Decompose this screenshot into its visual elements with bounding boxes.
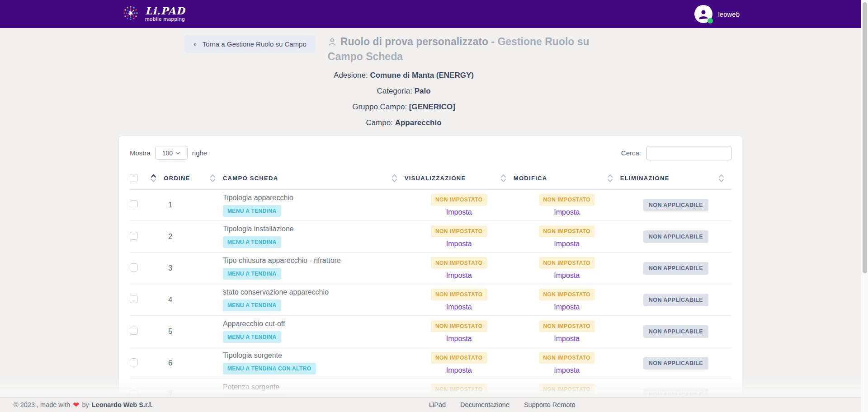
row-checkbox[interactable]: [130, 327, 138, 335]
row-checkbox[interactable]: [130, 232, 138, 240]
modifica-imposta-link[interactable]: Imposta: [514, 335, 620, 343]
column-header-ordine[interactable]: ORDINE: [164, 175, 190, 182]
page-title-role-name: Ruolo di prova personalizzato: [340, 36, 488, 47]
column-header-visualizzazione[interactable]: VISUALIZZAZIONE: [405, 175, 466, 182]
row-checkbox[interactable]: [130, 358, 138, 366]
back-button[interactable]: ‹ Torna a Gestione Ruolo su Campo: [184, 35, 316, 53]
table-header-row: ORDINE CAMPO SCHEDA: [130, 169, 731, 189]
visualizzazione-imposta-link[interactable]: Imposta: [405, 303, 514, 311]
campo-tipo-badge: MENU A TENDINA: [223, 268, 281, 280]
modifica-imposta-link[interactable]: Imposta: [514, 303, 620, 311]
eliminazione-status-badge: NON APPLICABILE: [643, 230, 708, 243]
campo-tipo-badge: MENU A TENDINA: [223, 205, 281, 217]
campi-table: ORDINE CAMPO SCHEDA: [130, 169, 731, 411]
logo-burst-icon: [120, 2, 142, 26]
campo-scheda-name: Apparecchio cut-off: [223, 320, 405, 328]
sort-arrows-select[interactable]: [151, 174, 156, 183]
context-info: Adesione: Comune di Manta (ENERGY) Categ…: [119, 67, 689, 131]
modifica-status-badge: NON IMPOSTATO: [539, 320, 595, 332]
modifica-status-badge: NON IMPOSTATO: [539, 225, 595, 237]
sort-arrows-eliminazione[interactable]: [718, 174, 724, 183]
campo-tipo-badge: MENU A TENDINA CON ALTRO: [223, 363, 316, 375]
modifica-status-badge: NON IMPOSTATO: [539, 352, 595, 364]
visualizzazione-imposta-link[interactable]: Imposta: [405, 208, 514, 216]
footer-link-lipad[interactable]: LiPad: [429, 401, 446, 408]
footer-link-documentazione[interactable]: Documentazione: [460, 401, 509, 408]
ordine-value: 5: [164, 328, 172, 335]
info-gruppo-campo: Gruppo Campo: [GENERICO]: [119, 99, 689, 115]
visualizzazione-status-badge: NON IMPOSTATO: [431, 257, 487, 269]
company-name: Leonardo Web S.r.l.: [92, 401, 153, 408]
main-content: ‹ Torna a Gestione Ruolo su Campo Ruolo …: [119, 35, 742, 412]
eliminazione-status-badge: NON APPLICABILE: [643, 262, 708, 275]
visualizzazione-status-badge: NON IMPOSTATO: [431, 225, 487, 237]
app-logo[interactable]: Li.PAD mobile mapping: [120, 2, 185, 26]
footer-link-supporto-remoto[interactable]: Supporto Remoto: [524, 401, 576, 408]
user-name: leoweb: [718, 10, 740, 18]
search-input[interactable]: [646, 146, 731, 160]
visualizzazione-imposta-link[interactable]: Imposta: [405, 335, 514, 343]
user-avatar[interactable]: [694, 5, 712, 23]
modifica-status-badge: NON IMPOSTATO: [539, 289, 595, 300]
info-campo: Campo: Apparecchio: [119, 115, 689, 131]
campo-scheda-name: Tipologia sorgente: [223, 351, 405, 360]
visualizzazione-imposta-link[interactable]: Imposta: [405, 272, 514, 280]
modifica-imposta-link[interactable]: Imposta: [514, 240, 620, 248]
modifica-imposta-link[interactable]: Imposta: [514, 366, 620, 375]
row-checkbox[interactable]: [130, 295, 138, 303]
sort-arrows-ordine[interactable]: [210, 174, 216, 183]
table-row: 1 Tipologia apparecchio MENU A TENDINA N…: [130, 189, 731, 221]
ordine-value: 1: [164, 201, 172, 209]
ordine-value: 6: [164, 359, 172, 367]
top-navigation-bar: Li.PAD mobile mapping leoweb: [0, 0, 868, 28]
row-checkbox[interactable]: [130, 200, 138, 208]
table-row: 3 Tipo chiusura apparecchio - rifrattore…: [130, 253, 731, 284]
chevron-down-icon: [175, 151, 180, 154]
table-toolbar: Mostra 100 righe Cerca:: [130, 136, 731, 169]
visualizzazione-status-badge: NON IMPOSTATO: [431, 320, 487, 332]
eliminazione-status-badge: NON APPLICABILE: [643, 357, 708, 370]
sort-arrows-visualizzazione[interactable]: [500, 174, 506, 183]
sort-arrows-modifica[interactable]: [607, 174, 613, 183]
online-status-dot: [708, 18, 713, 23]
page-footer: © 2023 , made with ❤ by Leonardo Web S.r…: [0, 397, 868, 412]
vertical-scrollbar[interactable]: [861, 0, 868, 412]
visualizzazione-imposta-link[interactable]: Imposta: [405, 240, 514, 248]
role-person-icon: [328, 37, 337, 50]
visualizzazione-imposta-link[interactable]: Imposta: [405, 366, 514, 375]
campo-tipo-badge: MENU A TENDINA: [223, 300, 281, 311]
modifica-status-badge: NON IMPOSTATO: [539, 194, 595, 206]
chevron-left-icon: ‹: [193, 40, 196, 48]
eliminazione-status-badge: NON APPLICABILE: [643, 325, 708, 338]
row-checkbox[interactable]: [130, 263, 138, 272]
page-length-select[interactable]: 100: [155, 146, 188, 160]
search-label: Cerca:: [621, 149, 641, 157]
table-row: 6 Tipologia sorgente MENU A TENDINA CON …: [130, 347, 731, 379]
table-card: Mostra 100 righe Cerca:: [119, 136, 742, 412]
campo-scheda-name: Tipologia apparecchio: [223, 194, 405, 202]
logo-title: Li.PAD: [145, 6, 185, 16]
column-header-modifica[interactable]: MODIFICA: [514, 175, 547, 182]
modifica-imposta-link[interactable]: Imposta: [514, 208, 620, 216]
column-header-eliminazione[interactable]: ELIMINAZIONE: [620, 175, 670, 182]
column-header-campo-scheda[interactable]: CAMPO SCHEDA: [223, 175, 278, 182]
campo-scheda-name: Tipologia installazione: [223, 225, 405, 233]
ordine-value: 4: [164, 296, 172, 304]
length-label-suffix: righe: [192, 149, 207, 157]
visualizzazione-status-badge: NON IMPOSTATO: [431, 352, 487, 364]
scrollbar-thumb[interactable]: [863, 2, 867, 273]
table-body: 1 Tipologia apparecchio MENU A TENDINA N…: [130, 189, 731, 411]
bottom-fade-overlay: [0, 378, 861, 397]
eliminazione-status-badge: NON APPLICABILE: [643, 199, 708, 211]
visualizzazione-status-badge: NON IMPOSTATO: [431, 289, 487, 300]
ordine-value: 3: [164, 264, 172, 272]
select-all-checkbox[interactable]: [130, 174, 138, 182]
campo-scheda-name: stato conservazione apparecchio: [223, 288, 405, 296]
modifica-imposta-link[interactable]: Imposta: [514, 272, 620, 280]
visualizzazione-status-badge: NON IMPOSTATO: [431, 194, 487, 206]
user-menu[interactable]: leoweb: [694, 5, 740, 23]
sort-arrows-campo[interactable]: [392, 174, 397, 183]
eliminazione-status-badge: NON APPLICABILE: [643, 294, 708, 306]
copyright-text: © 2023 , made with ❤ by Leonardo Web S.r…: [14, 401, 153, 409]
campo-scheda-name: Tipo chiusura apparecchio - rifrattore: [223, 257, 405, 265]
